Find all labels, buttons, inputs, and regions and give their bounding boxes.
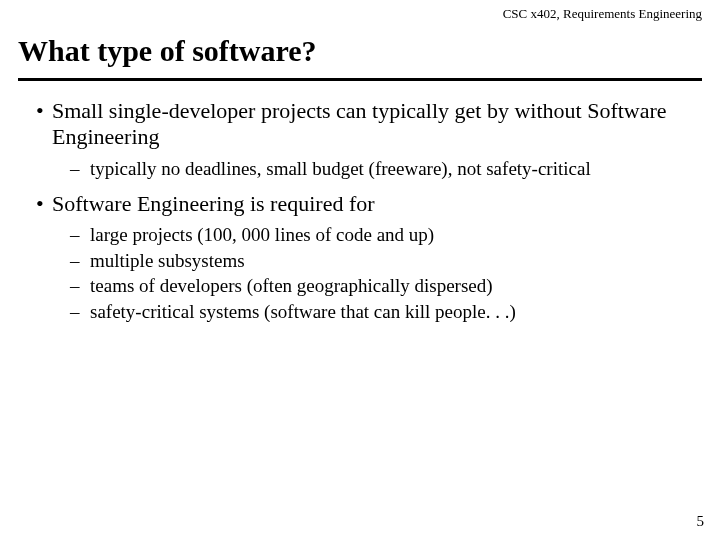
slide-title: What type of software? xyxy=(18,34,317,68)
sub-bullet-text: large projects (100, 000 lines of code a… xyxy=(90,224,434,245)
bullet-level2: –multiple subsystems xyxy=(30,249,690,273)
bullet-level1: •Software Engineering is required for xyxy=(30,191,690,217)
bullet-level2: –large projects (100, 000 lines of code … xyxy=(30,223,690,247)
sub-bullet-text: safety-critical systems (software that c… xyxy=(90,301,516,322)
bullet-text: Small single-developer projects can typi… xyxy=(52,98,667,149)
bullet-level2: –typically no deadlines, small budget (f… xyxy=(30,157,690,181)
dash-icon: – xyxy=(70,223,90,247)
course-header: CSC x402, Requirements Engineering xyxy=(503,6,702,22)
dash-icon: – xyxy=(70,274,90,298)
page-number: 5 xyxy=(697,513,705,530)
bullet-block: •Small single-developer projects can typ… xyxy=(30,98,690,181)
bullet-level1: •Small single-developer projects can typ… xyxy=(30,98,690,151)
bullet-level2: –safety-critical systems (software that … xyxy=(30,300,690,324)
bullet-block: •Software Engineering is required for –l… xyxy=(30,191,690,324)
bullet-level2: –teams of developers (often geographical… xyxy=(30,274,690,298)
dash-icon: – xyxy=(70,300,90,324)
bullet-text: Software Engineering is required for xyxy=(52,191,375,216)
bullet-dot-icon: • xyxy=(36,191,52,217)
title-divider xyxy=(18,78,702,81)
sub-bullet-text: typically no deadlines, small budget (fr… xyxy=(90,158,591,179)
slide-content: •Small single-developer projects can typ… xyxy=(30,98,690,334)
dash-icon: – xyxy=(70,157,90,181)
sub-bullet-text: multiple subsystems xyxy=(90,250,245,271)
dash-icon: – xyxy=(70,249,90,273)
bullet-dot-icon: • xyxy=(36,98,52,124)
sub-bullet-text: teams of developers (often geographicall… xyxy=(90,275,493,296)
